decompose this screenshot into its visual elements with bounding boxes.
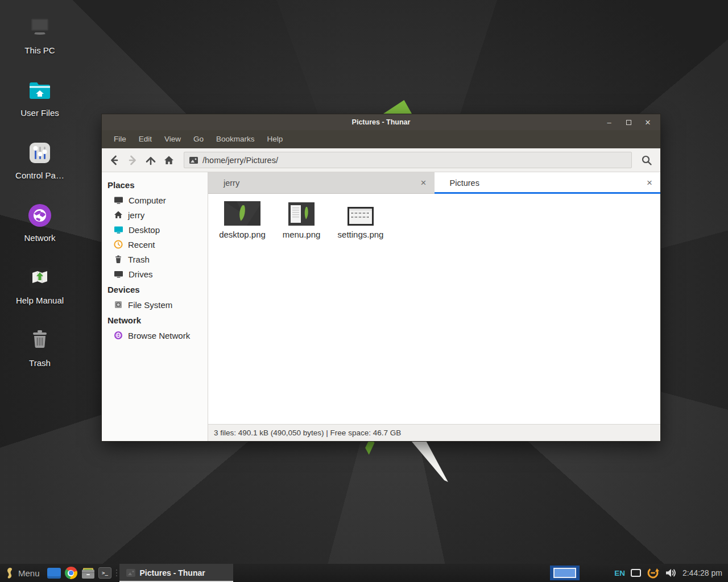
sidebar-item-label: File System xyxy=(128,300,172,310)
menu-logo-icon xyxy=(5,567,14,579)
path-bar[interactable]: /home/jerry/Pictures/ xyxy=(184,152,632,168)
sidebar-item-label: Desktop xyxy=(129,225,160,235)
desktop-screenshot-thumbnail xyxy=(224,199,260,226)
tab-bar: jerry × Pictures × xyxy=(208,172,660,194)
sidebar-item-label: Drives xyxy=(129,269,153,279)
panel-separator-handle[interactable] xyxy=(114,564,119,582)
taskbar-window-button[interactable]: Pictures - Thunar xyxy=(119,564,233,582)
toolbar: /home/jerry/Pictures/ xyxy=(102,148,660,172)
tab-close-icon[interactable]: × xyxy=(421,178,427,188)
minimize-button[interactable]: – xyxy=(603,117,615,128)
desktop-icon-control-panel[interactable]: Control Pa… xyxy=(6,140,74,180)
sidebar-item-file-system[interactable]: File System xyxy=(102,297,208,312)
clock[interactable]: 2:44:28 pm xyxy=(682,568,722,577)
recent-clock-icon xyxy=(114,240,123,249)
help-manual-icon xyxy=(27,265,53,291)
sidebar-item-recent[interactable]: Recent xyxy=(102,237,208,252)
active-workspace xyxy=(553,568,576,578)
sidebar-item-jerry-home[interactable]: jerry xyxy=(102,207,208,222)
desktop-icon-help-manual[interactable]: Help Manual xyxy=(6,265,74,305)
window-image-icon xyxy=(126,569,135,577)
sidebar-item-browse-network[interactable]: Browse Network xyxy=(102,328,208,343)
menu-view[interactable]: View xyxy=(158,130,187,148)
desktop-icon-network[interactable]: Network xyxy=(6,202,74,243)
menu-button[interactable]: Menu xyxy=(0,564,46,582)
sidebar-item-label: jerry xyxy=(128,210,144,220)
wallpaper-logo-fragment xyxy=(383,100,412,114)
control-panel-icon xyxy=(27,140,53,166)
menu-screenshot-thumbnail xyxy=(288,199,315,226)
browse-network-globe-icon xyxy=(114,331,123,340)
tab-close-icon[interactable]: × xyxy=(647,178,652,188)
maximize-button[interactable] xyxy=(623,117,634,128)
home-icon xyxy=(114,210,123,219)
sidebar-section-places: Places xyxy=(102,177,208,193)
sidebar-item-drives[interactable]: Drives xyxy=(102,267,208,281)
settings-screenshot-thumbnail xyxy=(348,199,374,226)
tab-pictures[interactable]: Pictures × xyxy=(435,172,661,193)
file-settings-png[interactable]: settings.png xyxy=(332,199,389,239)
content-pane: jerry × Pictures × desktop.png xyxy=(208,172,660,441)
file-name: settings.png xyxy=(338,230,384,239)
search-button[interactable] xyxy=(636,152,657,169)
menu-help[interactable]: Help xyxy=(261,130,289,148)
volume-tray-item[interactable] xyxy=(665,568,676,578)
computer-icon xyxy=(114,196,123,205)
desktop-icon-label: Trash xyxy=(6,358,74,368)
sidebar-section-devices: Devices xyxy=(102,281,208,297)
volume-speaker-icon xyxy=(665,568,676,578)
sidebar-item-computer[interactable]: Computer xyxy=(102,193,208,207)
wallpaper-logo-fragment xyxy=(407,439,449,482)
desktop-icon-user-files[interactable]: User Files xyxy=(6,77,74,118)
network-globe-icon xyxy=(27,202,53,228)
status-bar: 3 files: 490.1 kB (490,050 bytes) | Free… xyxy=(208,424,660,441)
update-manager-tray-item[interactable] xyxy=(647,567,659,579)
sidebar-item-desktop[interactable]: Desktop xyxy=(102,222,208,237)
menu-edit[interactable]: Edit xyxy=(133,130,158,148)
menu-file[interactable]: File xyxy=(107,130,133,148)
taskbar-tray: EN 2:44:28 pm xyxy=(550,564,728,582)
taskbar-window-button-label: Pictures - Thunar xyxy=(140,568,205,577)
workspace-switcher[interactable] xyxy=(550,566,580,580)
home-button[interactable] xyxy=(160,152,178,169)
sidebar-item-trash[interactable]: Trash xyxy=(102,252,208,267)
menu-button-label: Menu xyxy=(18,568,40,578)
tab-label: jerry xyxy=(224,178,239,188)
sidebar-item-label: Trash xyxy=(128,255,150,264)
desktop-icon-label: User Files xyxy=(6,108,74,118)
launcher-files[interactable] xyxy=(46,564,63,582)
menu-bookmarks[interactable]: Bookmarks xyxy=(210,130,261,148)
up-button[interactable] xyxy=(142,152,160,169)
file-list[interactable]: desktop.png menu.png settings.png xyxy=(208,194,660,424)
thunar-window: Pictures - Thunar – ✕ File Edit View Go … xyxy=(101,114,661,442)
back-button[interactable] xyxy=(105,152,123,169)
tab-jerry[interactable]: jerry × xyxy=(208,172,435,193)
image-file-icon xyxy=(189,157,198,164)
search-icon xyxy=(641,155,652,166)
forward-button[interactable] xyxy=(123,152,142,169)
user-files-folder-icon xyxy=(27,77,53,103)
file-menu-png[interactable]: menu.png xyxy=(273,199,330,239)
launcher-file-manager[interactable] xyxy=(80,564,97,582)
file-desktop-png[interactable]: desktop.png xyxy=(214,199,271,239)
terminal-icon: >_ xyxy=(98,567,111,579)
close-icon: ✕ xyxy=(645,118,651,127)
sidebar: Places Computer jerry Desktop Recent xyxy=(102,172,208,441)
trash-icon xyxy=(27,327,53,354)
filesystem-drive-icon xyxy=(114,300,123,309)
close-button[interactable]: ✕ xyxy=(642,117,653,128)
menu-go[interactable]: Go xyxy=(187,130,210,148)
keyboard-layout-indicator[interactable]: EN xyxy=(614,569,625,577)
desktop-icon-trash[interactable]: Trash xyxy=(6,327,74,368)
chrome-browser-icon xyxy=(65,567,77,579)
computer-icon xyxy=(27,15,53,41)
taskbar: Menu >_ Pictures - Thunar EN xyxy=(0,564,728,582)
desktop-icon-this-pc[interactable]: This PC xyxy=(6,15,74,55)
up-arrow-icon xyxy=(145,155,156,166)
launcher-chrome[interactable] xyxy=(63,564,80,582)
display-tray-item[interactable] xyxy=(631,569,641,577)
launcher-terminal[interactable]: >_ xyxy=(97,564,114,582)
titlebar[interactable]: Pictures - Thunar – ✕ xyxy=(102,114,660,130)
desktop-icon-label: Control Pa… xyxy=(6,171,74,180)
back-arrow-icon xyxy=(109,155,120,166)
